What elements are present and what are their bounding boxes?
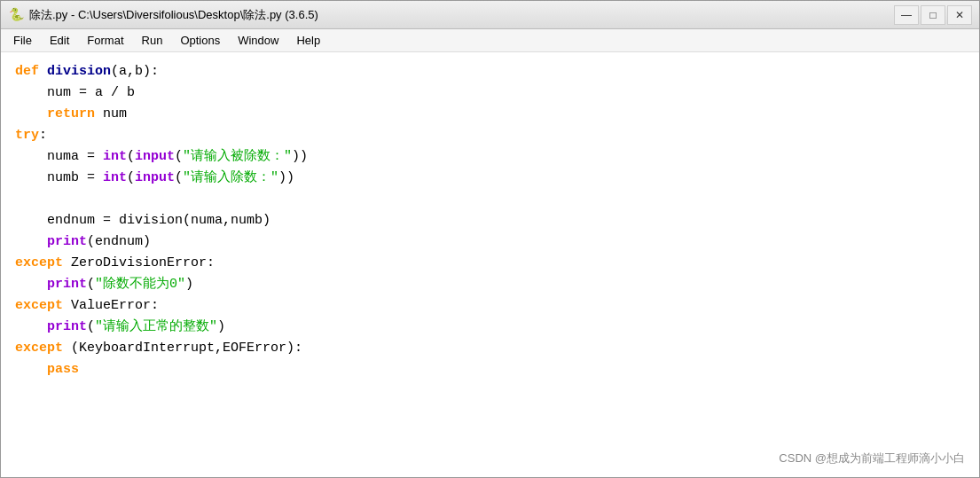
code-line-14: except (KeyboardInterrupt,EOFError): xyxy=(15,338,965,359)
code-line-12: except ValueError: xyxy=(15,295,965,317)
code-editor[interactable]: def division(a,b): num = a / b return nu… xyxy=(1,52,979,477)
maximize-button[interactable]: □ xyxy=(921,5,945,25)
main-window: 🐍 除法.py - C:\Users\Diversifolious\Deskto… xyxy=(0,0,980,478)
menu-bar: File Edit Format Run Options Window Help xyxy=(1,29,979,52)
watermark: CSDN @想成为前端工程师滴小小白 xyxy=(779,451,965,466)
code-line-1: def division(a,b): xyxy=(15,61,965,82)
code-line-15: pass xyxy=(15,359,965,380)
code-line-13: print("请输入正常的整数") xyxy=(15,317,965,338)
menu-run[interactable]: Run xyxy=(133,31,172,50)
close-button[interactable]: ✕ xyxy=(947,5,972,25)
menu-file[interactable]: File xyxy=(4,31,41,50)
window-controls: — □ ✕ xyxy=(894,5,972,25)
code-line-6: numb = int(input("请输入除数：")) xyxy=(15,168,965,189)
code-line-11: print("除数不能为0") xyxy=(15,274,965,295)
app-icon: 🐍 xyxy=(8,7,24,23)
menu-format[interactable]: Format xyxy=(78,31,132,50)
title-bar: 🐍 除法.py - C:\Users\Diversifolious\Deskto… xyxy=(1,1,979,29)
minimize-button[interactable]: — xyxy=(894,5,919,25)
menu-window[interactable]: Window xyxy=(229,31,287,50)
code-line-8: endnum = division(numa,numb) xyxy=(15,210,965,231)
menu-edit[interactable]: Edit xyxy=(41,31,78,50)
window-title: 除法.py - C:\Users\Diversifolious\Desktop\… xyxy=(29,7,894,23)
code-line-4: try: xyxy=(15,125,965,146)
code-line-5: numa = int(input("请输入被除数：")) xyxy=(15,146,965,168)
code-line-9: print(endnum) xyxy=(15,231,965,253)
code-line-2: num = a / b xyxy=(15,82,965,104)
code-line-10: except ZeroDivisionError: xyxy=(15,253,965,274)
menu-options[interactable]: Options xyxy=(171,31,229,50)
menu-help[interactable]: Help xyxy=(287,31,329,50)
code-line-blank1 xyxy=(15,189,965,210)
code-line-3: return num xyxy=(15,104,965,125)
